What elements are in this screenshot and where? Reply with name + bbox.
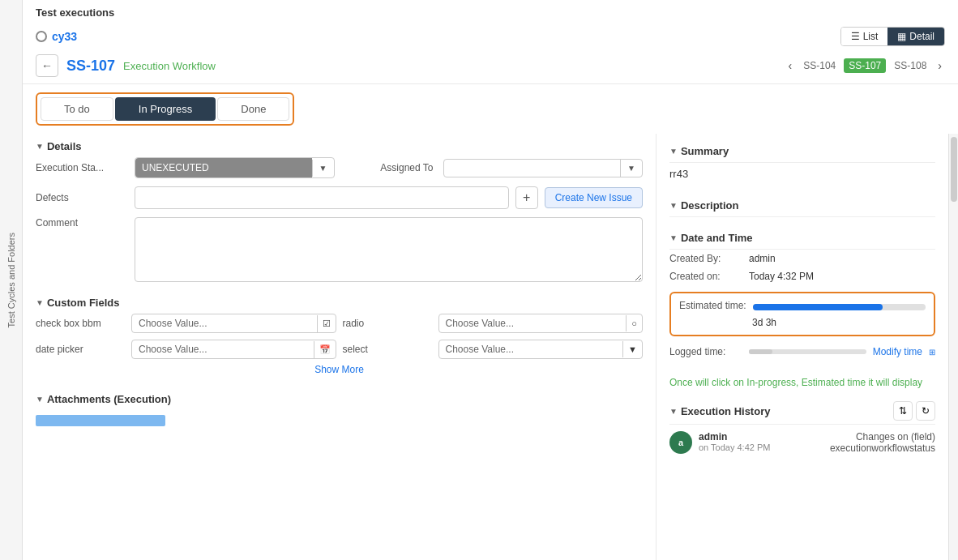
workflow-buttons: To do In Progress Done [36,92,294,126]
attachments-chevron: ▼ [36,395,44,404]
comment-textarea[interactable] [135,217,643,282]
checkbox-field-row: check box bbm Choose Value... ☑ [36,314,336,333]
main-content: Test executions cy33 ☰ List [23,0,958,560]
select-value: Choose Value... [439,340,623,358]
select-field-select[interactable]: Choose Value... ▼ [438,340,644,359]
details-section-header[interactable]: ▼ Details [36,134,643,157]
detail-view-button[interactable]: ▦ Detail [887,28,944,45]
comment-row: Comment [36,217,643,282]
date-time-chevron: ▼ [669,233,678,242]
custom-fields-section: ▼ Custom Fields check box bbm Choose Val… [36,290,643,380]
list-icon: ☰ [851,31,860,42]
comment-label: Comment [36,217,125,229]
created-on-value: Today 4:32 PM [749,271,814,282]
custom-fields-label: Custom Fields [47,297,120,309]
logged-time-bar-bg [749,349,866,354]
execution-status-arrow[interactable]: ▼ [312,160,334,177]
created-by-value: admin [749,253,776,264]
exec-history-label: Execution History [681,405,771,417]
nav-next-arrow[interactable]: › [934,58,945,74]
issue-nav-right: ☰ List ▦ Detail [840,27,945,46]
left-panel: ▼ Details Execution Sta... UNEXECUTED ▼ … [23,134,656,560]
assigned-to-field: ▼ [443,159,644,177]
radio-value: Choose Value... [439,314,627,332]
history-item: a admin on Today 4:42 PM Changes on (fie… [669,425,935,460]
history-change-value: executionworkflowstatus [830,442,935,454]
assigned-to-label: Assigned To [344,162,434,173]
nav-prev-arrow[interactable]: ‹ [785,58,796,74]
history-avatar: a [669,431,692,454]
summary-section: ▼ Summary rr43 [669,140,935,185]
execution-history-title[interactable]: ▼ Execution History [669,405,770,417]
datepicker-field-row: date picker Choose Value... 📅 [36,340,336,359]
description-section: ▼ Description [669,195,935,217]
details-label: Details [47,140,82,152]
add-defect-button[interactable]: + [515,186,538,209]
attachments-section: ▼ Attachments (Execution) [36,387,643,426]
issue-nav: cy33 ☰ List ▦ Detail [36,24,945,49]
nav-ss104[interactable]: SS-104 [800,58,839,73]
date-time-label: Date and Time [681,232,753,244]
right-panel: ▼ Summary rr43 ▼ Description ▼ [656,134,948,560]
checkbox-icon[interactable]: ☑ [317,315,336,332]
main-split: ▼ Details Execution Sta... UNEXECUTED ▼ … [23,134,958,560]
cycle-name[interactable]: cy33 [52,30,77,43]
execution-status-select[interactable]: UNEXECUTED ▼ [135,157,335,178]
history-change-info: Changes on (field) executionworkflowstat… [830,431,935,454]
select-field-row: select Choose Value... ▼ [343,340,644,359]
hint-text: Once will click on In-progress, Estimate… [669,370,935,395]
assigned-to-select[interactable]: ▼ [443,159,644,177]
list-view-button[interactable]: ☰ List [841,28,888,45]
defects-label: Defects [36,192,125,203]
estimated-time-value: 3d 3h [752,317,776,328]
select-arrow-icon[interactable]: ▼ [622,341,642,357]
assigned-to-arrow[interactable]: ▼ [620,160,642,177]
todo-button[interactable]: To do [41,97,113,121]
nav-ss108[interactable]: SS-108 [891,58,930,73]
page-title: Test executions [36,6,945,19]
create-issue-button[interactable]: Create New Issue [545,187,643,208]
radio-label: radio [343,318,432,329]
summary-label: Summary [681,145,729,157]
created-on-label: Created on: [669,271,742,282]
summary-value: rr43 [669,163,935,185]
view-toggle: ☰ List ▦ Detail [840,27,945,46]
exec-history-refresh-button[interactable]: ↻ [916,401,935,421]
modify-time-icon: ⊞ [929,348,935,357]
details-chevron: ▼ [36,142,44,151]
datepicker-select[interactable]: Choose Value... 📅 [131,340,336,359]
radio-icon[interactable]: ○ [626,315,642,331]
checkbox-select[interactable]: Choose Value... ☑ [131,314,336,333]
created-by-row: Created By: admin [669,250,935,267]
checkbox-value: Choose Value... [132,314,317,332]
created-on-row: Created on: Today 4:32 PM [669,267,935,285]
back-button[interactable]: ← [36,54,58,77]
done-button[interactable]: Done [217,97,289,121]
date-time-header[interactable]: ▼ Date and Time [669,227,935,250]
defects-input[interactable] [135,186,509,209]
exec-history-actions: ⇅ ↻ [893,401,935,421]
radio-select[interactable]: Choose Value... ○ [438,314,644,333]
custom-fields-chevron: ▼ [36,298,44,307]
summary-header[interactable]: ▼ Summary [669,140,935,163]
radio-field-row: radio Choose Value... ○ [343,314,644,333]
select-label: select [343,344,432,355]
modify-time-button[interactable]: Modify time [873,346,922,357]
nav-ss107[interactable]: SS-107 [844,58,886,73]
logged-time-bar-fill [749,349,772,354]
attachments-header[interactable]: ▼ Attachments (Execution) [36,387,643,410]
estimated-time-bar-fill [753,304,883,310]
scrollbar-thumb[interactable] [951,137,957,202]
exec-history-sort-button[interactable]: ⇅ [893,401,913,421]
attachment-bar [36,415,165,426]
datepicker-icon[interactable]: 📅 [314,341,336,358]
custom-fields-header[interactable]: ▼ Custom Fields [36,290,643,314]
right-scrollbar[interactable] [948,134,958,560]
detail-icon: ▦ [897,31,906,42]
execution-history-section: ▼ Execution History ⇅ ↻ a admin on Today… [669,401,935,460]
inprogress-button[interactable]: In Progress [115,97,216,121]
sidebar-label: Test Cycles and Folders [6,233,16,327]
description-header[interactable]: ▼ Description [669,195,935,217]
show-more-button[interactable]: Show More [36,359,643,380]
defects-row: Defects + Create New Issue [36,186,643,209]
